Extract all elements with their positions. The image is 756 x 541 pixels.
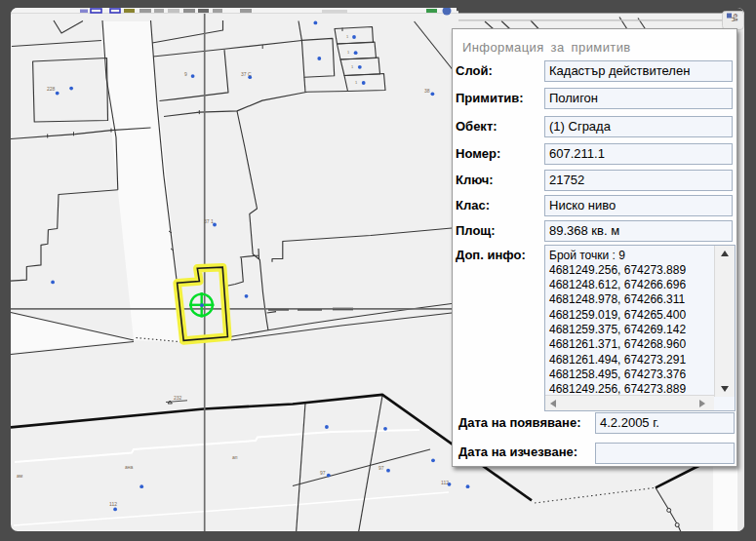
svg-text:ап: ап xyxy=(232,454,238,460)
svg-text:97: 97 xyxy=(378,465,384,471)
svg-text:38: 38 xyxy=(424,88,430,94)
svg-text:37 C: 37 C xyxy=(241,71,252,77)
svg-text:ед: ед xyxy=(732,14,739,21)
svg-text:ана: ана xyxy=(125,464,134,470)
svg-text:228: 228 xyxy=(47,86,56,92)
svg-text:112: 112 xyxy=(109,501,117,507)
svg-text:37 1: 37 1 xyxy=(204,218,214,224)
svg-text:112: 112 xyxy=(441,480,449,485)
svg-text:9: 9 xyxy=(184,71,187,77)
svg-text:97: 97 xyxy=(320,470,326,476)
svg-text:ам: ам xyxy=(17,473,23,479)
svg-text:232: 232 xyxy=(174,395,182,401)
